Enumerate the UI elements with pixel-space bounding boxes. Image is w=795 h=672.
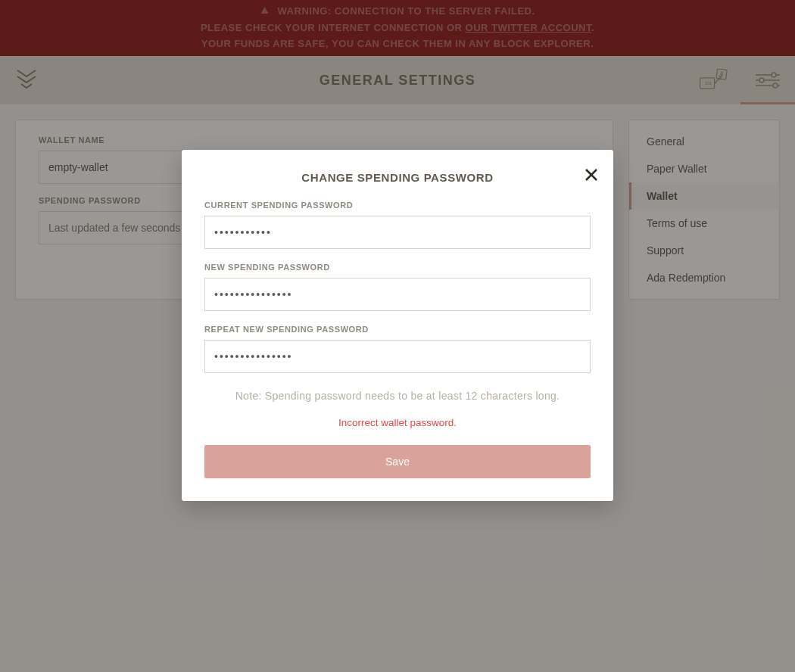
password-length-note: Note: Spending password needs to be at l… (204, 390, 591, 402)
current-password-input[interactable] (204, 216, 591, 249)
new-password-input[interactable] (204, 278, 591, 311)
change-spending-password-modal: CHANGE SPENDING PASSWORD CURRENT SPENDIN… (182, 150, 613, 501)
close-icon[interactable] (585, 166, 598, 185)
modal-overlay[interactable]: CHANGE SPENDING PASSWORD CURRENT SPENDIN… (0, 0, 795, 672)
save-button[interactable]: Save (204, 445, 591, 478)
current-password-label: CURRENT SPENDING PASSWORD (204, 201, 591, 210)
new-password-label: NEW SPENDING PASSWORD (204, 263, 591, 272)
incorrect-password-error: Incorrect wallet password. (204, 417, 591, 428)
repeat-password-label: REPEAT NEW SPENDING PASSWORD (204, 325, 591, 334)
modal-title: CHANGE SPENDING PASSWORD (204, 171, 591, 184)
repeat-password-input[interactable] (204, 340, 591, 373)
